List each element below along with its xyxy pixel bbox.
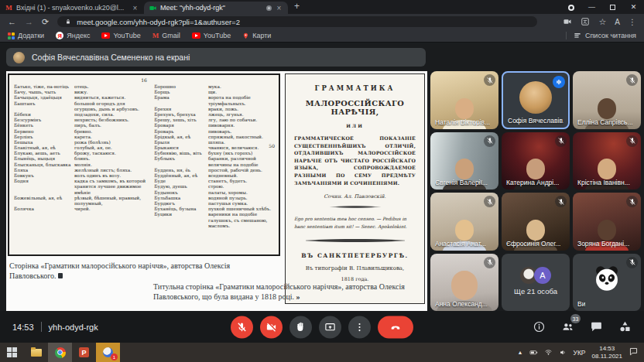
ornament-divider xyxy=(330,206,381,208)
participant-tile[interactable]: Зоряна Богдані... xyxy=(573,193,641,251)
presenter-banner: Софія Вячеславівна Семененко на екрані xyxy=(6,48,426,67)
reading-list-button[interactable]: Список читання xyxy=(566,32,636,39)
end-call-button[interactable] xyxy=(378,316,413,338)
you-tile[interactable]: Ви xyxy=(573,254,641,312)
mic-muted-icon xyxy=(626,257,638,268)
chrome-taskbar-button[interactable] xyxy=(48,343,72,362)
participant-name: Катерина Андрі... xyxy=(506,179,559,186)
tab-close-icon[interactable]: × xyxy=(131,4,139,12)
raise-hand-button[interactable] xyxy=(289,316,312,338)
toolbar-right-icons: ☆ A ⋮ xyxy=(563,17,636,27)
youtube-icon xyxy=(192,32,200,39)
camera-off-button[interactable] xyxy=(260,316,283,338)
tab-close-icon[interactable]: × xyxy=(275,4,283,12)
dictionary-entry: Блукаю, аешь, аетьброжу, таскаюся. xyxy=(14,151,148,156)
new-tab-button[interactable]: + xyxy=(294,1,300,12)
participant-tile[interactable]: Елліна Сапрівсь... xyxy=(573,71,641,129)
mic-muted-icon xyxy=(484,135,495,147)
start-button[interactable] xyxy=(0,343,24,362)
battery-icon[interactable] xyxy=(529,348,538,357)
address-bar[interactable]: meet.google.com/yhh-odyd-rgk?pli=1&authu… xyxy=(57,16,537,27)
participants-button[interactable]: 33 xyxy=(561,320,574,333)
dictionary-entry: Бульбашкаводяной пузырь. xyxy=(154,196,274,201)
more-options-button[interactable] xyxy=(348,316,371,338)
dictionary-entry: Борошномука. xyxy=(154,84,274,90)
reload-button[interactable]: ⟳ xyxy=(42,18,49,26)
participant-tile[interactable]: Наталія Вікторів... xyxy=(430,71,498,129)
participant-tile[interactable]: Євгенія Валерії... xyxy=(430,132,498,190)
chat-button[interactable] xyxy=(590,320,603,333)
dictionary-entry: Броварьпивоваръ. xyxy=(154,129,274,135)
presenter-avatar xyxy=(13,52,25,63)
camera-in-use-icon[interactable] xyxy=(563,17,572,26)
participant-name: Анна Олександ... xyxy=(435,300,488,308)
close-button[interactable]: ✕ xyxy=(623,0,644,14)
maximize-button[interactable] xyxy=(602,0,623,14)
minimize-button[interactable]: — xyxy=(581,0,602,14)
dictionary-entry: Брехунъ, брехухалжець, лгунья. xyxy=(154,112,274,118)
profile-avatar[interactable]: A xyxy=(615,18,620,26)
participant-tile[interactable]: Анастасія Анат... xyxy=(430,193,498,251)
action-center-button[interactable] xyxy=(629,346,639,360)
bookmark-maps[interactable]: Карти xyxy=(242,32,271,40)
participant-tile[interactable]: Єфросинія Олег... xyxy=(502,193,570,251)
notification-app-button[interactable]: 1 xyxy=(96,343,120,362)
bookmark-gmail[interactable]: M Gmail xyxy=(152,32,180,39)
volume-icon[interactable] xyxy=(559,348,567,357)
bookmark-yandex[interactable]: Я Яндекс xyxy=(56,32,90,39)
file-explorer-button[interactable] xyxy=(24,343,48,362)
folder-icon xyxy=(31,349,42,357)
book-subtitle: ИЛИ xyxy=(346,123,364,128)
meeting-details-button[interactable] xyxy=(533,320,546,333)
dictionary-entry: Батько, тіже, па-нотіцьотець. xyxy=(14,84,148,90)
dictionary-entry: Блынёць, ныцьцяблинъ. xyxy=(14,156,148,162)
citation-icon xyxy=(58,273,63,278)
dictionary-entry: Буханёць, бузынапухкой пшеничный хлѣбъ. xyxy=(154,207,274,212)
dictionary-entry: Бублыкъбаранки, различной величины на по… xyxy=(154,156,274,167)
hidden-icons-button[interactable]: ▲ xyxy=(518,350,523,355)
participant-grid: Наталія Вікторів... Софія Вячеславів... … xyxy=(430,71,641,311)
record-indicator-icon xyxy=(560,0,581,14)
dictionary-entry: Броваряпивоварня. xyxy=(154,123,274,128)
meet-favicon xyxy=(149,4,157,12)
participant-tile[interactable]: Анна Олександ... xyxy=(430,254,498,312)
tab-gmail[interactable]: M Вхідні (1) - snyakovenko.uk20@l... × xyxy=(0,2,144,14)
gmail-icon: M xyxy=(152,32,159,39)
translate-icon[interactable] xyxy=(581,17,590,26)
bookmark-youtube-2[interactable]: YouTube xyxy=(192,32,231,39)
bookmark-apps[interactable]: Додатки xyxy=(8,32,44,39)
dictionary-entry: Буддень, ня, ёьпростой, рабочій день. xyxy=(154,168,274,173)
language-indicator[interactable]: УКР xyxy=(574,349,586,357)
participants-count-badge: 33 xyxy=(570,314,581,323)
dictionary-entry: Божевільный, ая, еѣрѣзвый, бѣшеный, нрав… xyxy=(14,196,148,207)
bookmark-youtube-1[interactable]: YouTube xyxy=(101,32,140,39)
taskbar-date: 08.11.2021 xyxy=(592,353,622,360)
maps-pin-icon xyxy=(242,32,249,40)
browser-menu-icon[interactable]: ⋮ xyxy=(629,18,636,26)
yandex-icon: Я xyxy=(56,32,63,39)
taskbar-clock[interactable]: 14:53 08.11.2021 xyxy=(592,345,622,360)
back-button[interactable]: ← xyxy=(8,18,16,26)
book-author: Сочин. Ал. Павловскій. xyxy=(324,193,385,200)
bookmark-star-icon[interactable]: ☆ xyxy=(598,17,606,27)
chrome-icon xyxy=(55,347,66,358)
mic-muted-icon xyxy=(555,135,567,147)
more-participants-tile[interactable]: А Ще 21 особа xyxy=(502,254,570,312)
powerpoint-taskbar-button[interactable]: P xyxy=(72,343,96,362)
mic-muted-icon xyxy=(626,196,638,207)
dictionary-left-column: Батько, тіже, па-нотіцьотець. Бачу, чышь… xyxy=(14,84,148,229)
more-participants-label: Ще 21 особа xyxy=(502,287,570,295)
present-button[interactable] xyxy=(319,316,341,338)
wifi-icon[interactable] xyxy=(544,348,553,357)
participant-tile-speaking[interactable]: Софія Вячеславів... xyxy=(502,71,570,129)
mic-off-button[interactable] xyxy=(231,316,253,338)
participant-tile[interactable]: Крістіна Іванівн... xyxy=(573,132,641,190)
dictionary-entry: Блысканьця, блыскавкамолнія. xyxy=(14,162,148,168)
forward-button[interactable]: → xyxy=(25,18,33,26)
ornament-divider xyxy=(306,239,405,242)
tab-meet[interactable]: Meet: "yhh-odyd-rgk" × xyxy=(144,2,288,14)
activities-button[interactable] xyxy=(618,320,632,333)
book-printer: Въ типографіи В. Плавильщикова, xyxy=(306,265,404,272)
meet-control-bar: 14:53 yhh-odyd-rgk 33 xyxy=(0,311,644,343)
participant-tile[interactable]: Катерина Андрі... xyxy=(502,132,570,190)
